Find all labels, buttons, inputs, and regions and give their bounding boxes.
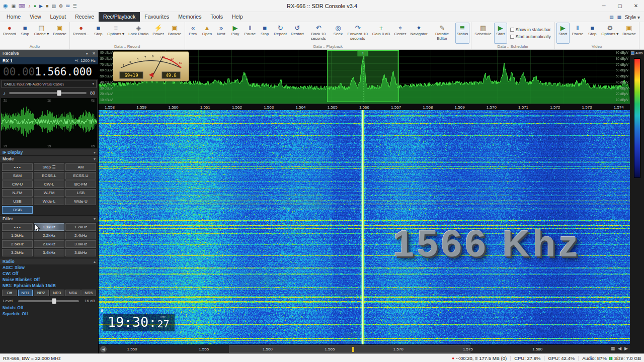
filter-button[interactable]: 3.2kHz	[2, 249, 33, 256]
filter-button[interactable]: 3.4kHz	[34, 249, 64, 256]
nav-left-icon[interactable]: ◀	[618, 346, 621, 351]
style-button[interactable]: Style ▾	[625, 15, 640, 20]
options-button[interactable]: ≡Options ▾	[106, 23, 126, 44]
mode-button[interactable]: SAM	[2, 172, 33, 179]
quick-access-icon[interactable]: ♪	[28, 4, 31, 9]
spectrum-frequency-scale[interactable]: 1.5581.5591.5601.5611.5621.5631.5641.565…	[99, 104, 630, 110]
section-if-display[interactable]: IF Display ▾	[0, 149, 98, 155]
waterfall-colorbar[interactable]	[634, 58, 640, 178]
nr-button[interactable]: Off	[2, 290, 17, 296]
filter-button[interactable]: 1.2kHz	[65, 223, 96, 231]
mode-button[interactable]: USB	[2, 198, 33, 205]
stop-button[interactable]: ■Stop	[92, 23, 105, 44]
datafile-editor-button[interactable]: ✎Datafile Editor	[430, 23, 454, 44]
stop-button[interactable]: ■Stop	[586, 23, 599, 44]
filter-button[interactable]: 2.6kHz	[2, 240, 33, 248]
nr-level-slider[interactable]	[18, 300, 79, 302]
filter-button[interactable]: 1.5kHz	[2, 232, 33, 239]
nr-button[interactable]: NR2	[34, 290, 49, 296]
forward-10-seconds-button[interactable]: ↷Forward 10 seconds	[346, 23, 370, 44]
status-button[interactable]: ≣Status	[455, 23, 470, 44]
mode-button[interactable]: BC-FM	[65, 180, 96, 188]
prev-button[interactable]: «Prev	[187, 23, 200, 44]
menu-tab[interactable]: Tools	[206, 12, 227, 22]
mode-button[interactable]: N-FM	[2, 189, 33, 197]
pause-button[interactable]: ‖Pause	[243, 23, 258, 44]
nav-scroll-left-button[interactable]: ◀	[100, 346, 107, 352]
stop-button[interactable]: ■Stop	[258, 23, 271, 44]
show-in-status-bar-checkbox[interactable]: Show in status bar	[510, 27, 551, 32]
nr-button[interactable]: NR3	[50, 290, 65, 296]
mode-button[interactable]: LSB	[65, 189, 96, 197]
quick-access-icon[interactable]: ⌨	[19, 4, 25, 9]
center-button[interactable]: ⌖Center	[392, 23, 408, 44]
quick-access-icon[interactable]: ●	[34, 4, 36, 9]
volume-slider-thumb[interactable]	[57, 90, 61, 96]
menu-tab[interactable]: Help	[227, 12, 248, 22]
section-mode[interactable]: Mode ▾	[0, 155, 98, 162]
panel-menu-icon[interactable]: ▾	[86, 51, 88, 56]
nav-grid-icon[interactable]: ▦	[611, 346, 615, 351]
radio-setting[interactable]: NR1: Ephraim Malah 16dB	[0, 283, 98, 289]
squelch-setting[interactable]: Squelch: Off	[0, 311, 98, 317]
back-10-seconds-button[interactable]: ↶Back 10 seconds	[306, 23, 331, 44]
menu-tab[interactable]: Memories	[174, 12, 206, 22]
quick-access-icon[interactable]: ☰	[73, 4, 77, 9]
mode-button[interactable]: Step ☰	[34, 163, 64, 171]
cache-button[interactable]: ▤Cache ▾	[33, 23, 50, 44]
maximize-button[interactable]: ▢	[612, 0, 628, 12]
toolbar-mini-icon-2[interactable]: ▦	[617, 15, 621, 20]
menu-tab[interactable]: View	[25, 12, 46, 22]
options-button[interactable]: ⚙Options ▾	[600, 23, 620, 44]
filter-button[interactable]: 2.8kHz	[34, 240, 64, 248]
mode-button[interactable]: Wide-U	[65, 198, 96, 205]
spectrum-display[interactable]: 90 dBμV80 dBμV70 dBμV60 dBμV50 dBμV40 dB…	[99, 50, 630, 104]
menu-tab[interactable]: Receive	[70, 12, 99, 22]
mode-button[interactable]: ECSS-U	[65, 172, 96, 179]
filter-button[interactable]: 3.0kHz	[65, 240, 96, 248]
frequency-display[interactable]: 00.001.566.000	[0, 64, 98, 79]
play-button[interactable]: ▶Play	[229, 23, 242, 44]
mode-button[interactable]: Wide-L	[34, 198, 64, 205]
filter-button[interactable]: 2.2kHz	[34, 232, 64, 239]
nr-level-thumb[interactable]	[52, 298, 56, 304]
panel-close-icon[interactable]: ✕	[92, 51, 96, 56]
record-button[interactable]: ●Record	[2, 23, 18, 44]
browse-button[interactable]: ▣Browse	[167, 23, 183, 44]
nav-right-icon[interactable]: ▶	[624, 346, 628, 351]
schedule-button[interactable]: ▦Schedule	[473, 23, 493, 44]
browse-button[interactable]: ▣Browse	[51, 23, 68, 44]
repeat-button[interactable]: ↻Repeat	[272, 23, 288, 44]
quick-access-icon[interactable]: ■	[46, 4, 48, 9]
browse-button[interactable]: ▣Browse	[621, 23, 637, 44]
filter-button[interactable]: 2.4kHz	[65, 232, 96, 239]
open-button[interactable]: ▲Open	[201, 23, 214, 44]
mode-button[interactable]: • • •	[2, 163, 33, 171]
minimize-button[interactable]: ─	[596, 0, 612, 12]
nr-button[interactable]: NR1	[18, 290, 33, 296]
auto-range-toggle[interactable]: Auto	[630, 50, 644, 56]
quick-access-icon[interactable]: ✉	[66, 4, 70, 9]
section-filter[interactable]: Filter ▾	[0, 215, 98, 222]
seek-button[interactable]: ◎Seek	[332, 23, 345, 44]
filter-button[interactable]: • • •	[2, 223, 33, 231]
mode-button[interactable]: DSB	[2, 206, 33, 214]
nr-button[interactable]: NR4	[65, 290, 80, 296]
start-button[interactable]: ▶Start	[556, 23, 570, 44]
close-button[interactable]: ✕	[628, 0, 644, 12]
waterfall-display[interactable]: 1566 Khz 19:30: UTC 27 ≡	[99, 110, 630, 344]
quick-access-icon[interactable]: ▤	[51, 4, 56, 9]
tuning-selection-box[interactable]: 1	[327, 50, 399, 102]
menu-tab[interactable]: Home	[2, 12, 25, 22]
pause-button[interactable]: ‖Pause	[571, 23, 585, 44]
restart-button[interactable]: ↺Restart	[289, 23, 305, 44]
start-button[interactable]: ▶Start	[494, 23, 507, 44]
mode-button[interactable]: CW-U	[2, 180, 33, 188]
waterfall-menu-icon[interactable]: ≡	[101, 308, 104, 313]
mode-button[interactable]: W-FM	[34, 189, 64, 197]
quick-access-icon[interactable]: ⚙	[59, 4, 63, 9]
audio-output-select[interactable]: CABLE Input (VB-Audio Virtual Cable) ▾	[2, 80, 97, 88]
quick-access-icon[interactable]: ▶	[39, 4, 43, 9]
menu-tab[interactable]: Favourites	[140, 12, 174, 22]
record-button[interactable]: ●Record...	[71, 23, 91, 44]
